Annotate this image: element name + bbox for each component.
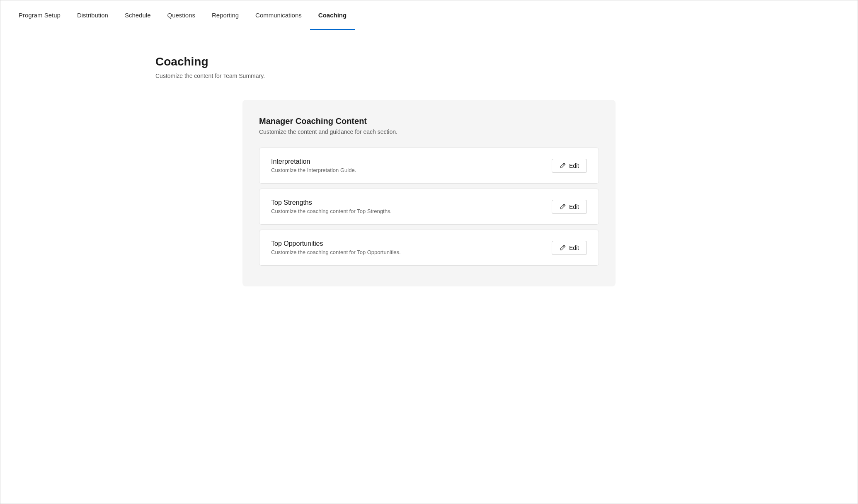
section-item-interpretation: Interpretation Customize the Interpretat…: [259, 148, 599, 184]
nav-item-coaching[interactable]: Coaching: [310, 0, 355, 30]
main-content: Coaching Customize the content for Team …: [139, 30, 719, 311]
section-item-top-opportunities-title: Top Opportunities: [271, 240, 552, 247]
section-item-top-strengths-description: Customize the coaching content for Top S…: [271, 208, 552, 214]
coaching-card: Manager Coaching Content Customize the c…: [242, 100, 616, 286]
app-container: Program Setup Distribution Schedule Ques…: [0, 0, 858, 504]
nav-item-schedule[interactable]: Schedule: [116, 0, 159, 30]
edit-top-strengths-button[interactable]: Edit: [552, 200, 587, 214]
coaching-card-title: Manager Coaching Content: [259, 116, 599, 126]
edit-icon: [560, 245, 566, 251]
edit-interpretation-button[interactable]: Edit: [552, 159, 587, 173]
coaching-card-subtitle: Customize the content and guidance for e…: [259, 128, 599, 135]
section-item-top-strengths: Top Strengths Customize the coaching con…: [259, 189, 599, 225]
edit-icon: [560, 204, 566, 210]
section-item-top-opportunities: Top Opportunities Customize the coaching…: [259, 230, 599, 266]
section-item-interpretation-title: Interpretation: [271, 158, 552, 165]
edit-top-opportunities-button[interactable]: Edit: [552, 241, 587, 255]
section-item-top-strengths-content: Top Strengths Customize the coaching con…: [271, 199, 552, 214]
nav-item-communications[interactable]: Communications: [247, 0, 310, 30]
nav-bar: Program Setup Distribution Schedule Ques…: [0, 0, 858, 30]
nav-item-distribution[interactable]: Distribution: [69, 0, 116, 30]
section-item-top-opportunities-content: Top Opportunities Customize the coaching…: [271, 240, 552, 255]
nav-item-questions[interactable]: Questions: [159, 0, 204, 30]
page-subtitle: Customize the content for Team Summary.: [155, 73, 703, 79]
edit-interpretation-label: Edit: [569, 162, 579, 169]
edit-top-strengths-label: Edit: [569, 204, 579, 210]
section-item-top-strengths-title: Top Strengths: [271, 199, 552, 206]
section-item-interpretation-content: Interpretation Customize the Interpretat…: [271, 158, 552, 173]
edit-icon: [560, 162, 566, 169]
page-title: Coaching: [155, 55, 703, 68]
section-item-interpretation-description: Customize the Interpretation Guide.: [271, 167, 552, 173]
nav-item-program-setup[interactable]: Program Setup: [10, 0, 69, 30]
section-item-top-opportunities-description: Customize the coaching content for Top O…: [271, 249, 552, 255]
nav-item-reporting[interactable]: Reporting: [204, 0, 247, 30]
edit-top-opportunities-label: Edit: [569, 245, 579, 251]
